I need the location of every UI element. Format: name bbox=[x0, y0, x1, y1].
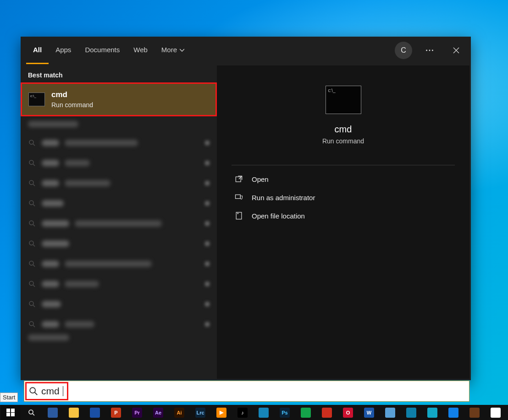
tile-icon bbox=[469, 408, 480, 418]
blurred-section-header bbox=[21, 121, 217, 133]
svg-rect-15 bbox=[236, 213, 242, 219]
search-icon bbox=[28, 386, 39, 396]
action-label: Open bbox=[252, 175, 269, 183]
calculator-icon bbox=[90, 408, 100, 418]
blurred-result bbox=[21, 294, 217, 314]
open-icon bbox=[234, 175, 243, 184]
edge-icon bbox=[406, 408, 416, 418]
blurred-result bbox=[21, 173, 217, 193]
taskbar-app-lightroom[interactable]: Lrc bbox=[191, 405, 210, 420]
preview-subtitle: Run command bbox=[322, 137, 364, 145]
taskbar-app-notes[interactable] bbox=[381, 405, 400, 420]
svg-point-2 bbox=[432, 50, 433, 51]
action-run-admin[interactable]: Run as administrator bbox=[232, 188, 455, 207]
panel-icon bbox=[259, 408, 269, 418]
text-caret bbox=[63, 386, 63, 396]
flame-icon bbox=[322, 408, 332, 418]
aftereffects-icon: Ae bbox=[153, 408, 163, 418]
flyout-header: All Apps Documents Web More C bbox=[21, 37, 471, 64]
lightroom-icon: Lrc bbox=[195, 408, 205, 418]
blurred-result bbox=[21, 133, 217, 153]
tab-apps[interactable]: Apps bbox=[49, 37, 78, 64]
taskbar-app-store[interactable] bbox=[43, 405, 62, 420]
folder-icon bbox=[234, 211, 243, 220]
taskbar-app-tile[interactable] bbox=[465, 405, 484, 420]
svg-point-10 bbox=[29, 281, 33, 285]
search-box-area[interactable]: cmd bbox=[24, 381, 469, 402]
tab-web[interactable]: Web bbox=[127, 37, 155, 64]
svg-point-7 bbox=[29, 221, 33, 225]
tab-more[interactable]: More bbox=[155, 37, 191, 64]
taskbar-app-chrome[interactable] bbox=[486, 405, 505, 420]
result-subtitle: Run command bbox=[51, 101, 93, 109]
search-input-value[interactable]: cmd bbox=[41, 386, 60, 397]
chevron-down-icon bbox=[180, 46, 184, 54]
action-open-location[interactable]: Open file location bbox=[232, 207, 455, 225]
taskbar-app-premiere[interactable]: Pr bbox=[127, 405, 147, 420]
blurred-result bbox=[21, 153, 217, 173]
more-options-icon[interactable] bbox=[420, 41, 439, 60]
taskbar-app-leaf[interactable] bbox=[296, 405, 315, 420]
group-best-match-header: Best match bbox=[21, 70, 217, 82]
illustrator-icon: Ai bbox=[174, 408, 184, 418]
premiere-icon: Pr bbox=[132, 408, 142, 418]
action-label: Run as administrator bbox=[252, 194, 315, 202]
svg-point-12 bbox=[29, 322, 33, 326]
blurred-result bbox=[21, 254, 217, 274]
shield-icon bbox=[234, 193, 243, 202]
chat-icon bbox=[448, 408, 458, 418]
taskbar-app-illustrator[interactable]: Ai bbox=[170, 405, 189, 420]
svg-point-8 bbox=[29, 241, 33, 245]
taskbar-app-calculator[interactable] bbox=[85, 405, 105, 420]
result-cmd-best-match[interactable]: c:\_ cmd Run command bbox=[21, 82, 217, 116]
taskbar-app-powerpoint[interactable]: P bbox=[106, 405, 126, 420]
start-button[interactable] bbox=[1, 405, 20, 420]
taskbar-search-button[interactable] bbox=[22, 405, 41, 420]
taskbar-app-word[interactable]: W bbox=[359, 405, 379, 420]
taskbar-app-opera[interactable]: O bbox=[338, 405, 358, 420]
taskbar-app-tiktok[interactable]: ♪ bbox=[233, 405, 252, 420]
preview-pane: c:\_ cmd Run command Open Run as adminis… bbox=[217, 65, 469, 379]
taskbar-app-flame[interactable] bbox=[317, 405, 337, 420]
svg-point-11 bbox=[29, 301, 33, 305]
search-flyout: All Apps Documents Web More C Best match bbox=[21, 37, 471, 380]
cmd-icon: c:\_ bbox=[28, 93, 45, 106]
taskbar-app-chat[interactable] bbox=[444, 405, 463, 420]
svg-point-9 bbox=[29, 261, 33, 265]
svg-point-16 bbox=[30, 387, 35, 393]
tab-more-label: More bbox=[161, 46, 177, 54]
preview-title: cmd bbox=[335, 124, 352, 135]
action-label: Open file location bbox=[252, 212, 305, 220]
action-open[interactable]: Open bbox=[232, 170, 455, 188]
svg-point-1 bbox=[429, 50, 431, 51]
taskbar-app-gallery[interactable] bbox=[423, 405, 442, 420]
powerpoint-icon: P bbox=[111, 408, 121, 418]
blurred-result bbox=[21, 234, 217, 254]
taskbar-app-panel[interactable] bbox=[254, 405, 273, 420]
close-icon[interactable] bbox=[447, 41, 465, 60]
taskbar-app-photoshop[interactable]: Ps bbox=[275, 405, 294, 420]
search-tabs: All Apps Documents Web More bbox=[26, 37, 191, 64]
gallery-icon bbox=[427, 408, 437, 418]
store-icon bbox=[48, 408, 58, 418]
taskbar-app-aftereffects[interactable]: Ae bbox=[149, 405, 168, 420]
svg-point-4 bbox=[29, 160, 33, 164]
account-button[interactable]: C bbox=[395, 42, 412, 59]
taskbar-app-explorer[interactable] bbox=[64, 405, 83, 420]
blurred-result bbox=[21, 274, 217, 294]
notes-icon bbox=[385, 408, 395, 418]
divider bbox=[232, 165, 455, 165]
taskbar-app-player[interactable]: ▶ bbox=[212, 405, 231, 420]
blurred-result bbox=[21, 193, 217, 213]
search-input-highlight: cmd bbox=[25, 382, 68, 400]
taskbar-app-edge[interactable] bbox=[402, 405, 421, 420]
search-icon bbox=[28, 409, 36, 417]
tab-documents[interactable]: Documents bbox=[78, 37, 127, 64]
chrome-icon bbox=[491, 408, 501, 418]
svg-point-5 bbox=[29, 180, 33, 185]
blurred-result bbox=[21, 213, 217, 234]
tab-all[interactable]: All bbox=[26, 37, 49, 64]
tiktok-icon: ♪ bbox=[237, 408, 248, 418]
blurred-result bbox=[21, 314, 217, 334]
taskbar: PPrAeAiLrc▶♪PsOW bbox=[0, 405, 508, 420]
